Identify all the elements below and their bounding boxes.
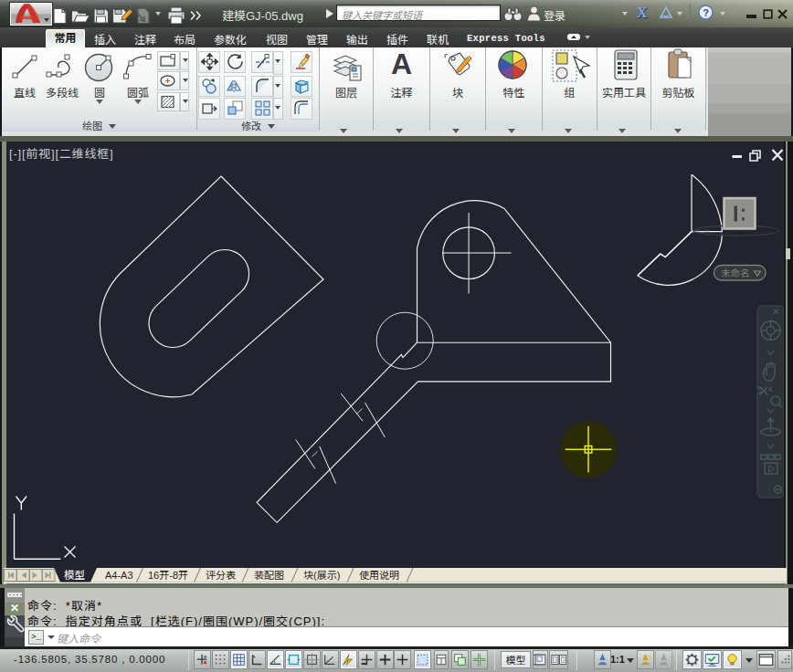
svg-text:评分表: 评分表 (206, 570, 236, 581)
svg-text:A4-A3: A4-A3 (105, 570, 133, 581)
svg-text:使用说明: 使用说明 (359, 570, 399, 581)
svg-text:未命名: 未命名 (721, 268, 750, 278)
svg-text:[-][前视][二维线框]: [-][前视][二维线框] (9, 147, 113, 161)
svg-text:装配图: 装配图 (254, 570, 284, 581)
svg-text:?: ? (703, 7, 709, 18)
svg-text:块(展示): 块(展示) (303, 570, 340, 581)
svg-text:模型: 模型 (64, 570, 85, 581)
svg-text:16开-8开: 16开-8开 (148, 570, 188, 581)
